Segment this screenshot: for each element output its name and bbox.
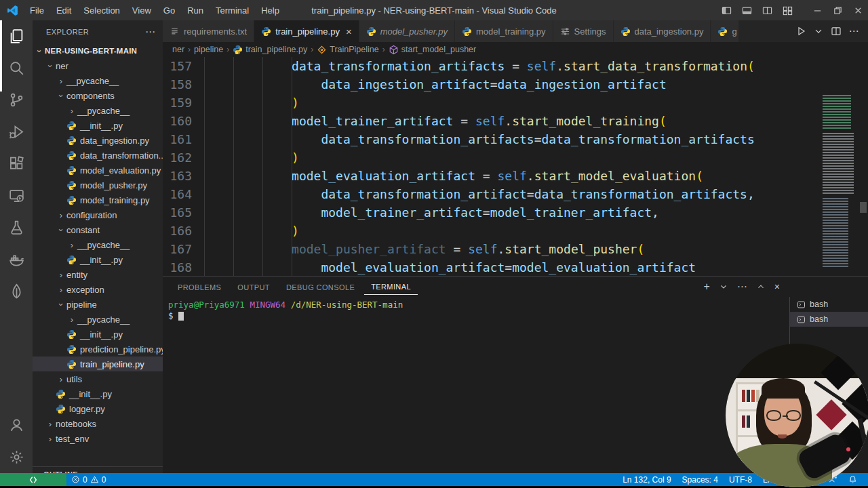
status-cursor-position[interactable]: Ln 132, Col 9 bbox=[617, 473, 676, 486]
line-number: 164 bbox=[163, 185, 203, 203]
tree-item-data-transformation-[interactable]: data_transformation.... bbox=[33, 148, 163, 163]
run-dropdown-button[interactable] bbox=[811, 24, 826, 39]
panel-tab-debug-console[interactable]: DEBUG CONSOLE bbox=[279, 279, 361, 295]
tree-item--init-py[interactable]: __init__.py bbox=[33, 252, 163, 267]
tab-requirements-txt[interactable]: requirements.txt bbox=[163, 20, 254, 42]
breadcrumb-train-pipeline-py[interactable]: train_pipeline.py bbox=[233, 45, 307, 54]
panel-tab-output[interactable]: OUTPUT bbox=[231, 279, 277, 295]
restore-button[interactable] bbox=[827, 0, 848, 20]
tree-item-exception[interactable]: ›exception bbox=[33, 282, 163, 297]
code-editor[interactable]: 157 data_transformation_artifacts = self… bbox=[163, 57, 868, 276]
terminal-more-button[interactable]: ⋯ bbox=[737, 281, 747, 293]
tab-label: requirements.txt bbox=[184, 26, 247, 37]
split-editor-button[interactable] bbox=[829, 24, 844, 39]
tab-data-ingestion-py[interactable]: data_ingestion.py bbox=[614, 20, 711, 42]
tree-item-train-pipeline-py[interactable]: train_pipeline.py bbox=[33, 357, 163, 371]
breadcrumb-ner[interactable]: ner bbox=[172, 45, 184, 54]
minimap[interactable] bbox=[821, 94, 856, 276]
activity-run-and-debug[interactable] bbox=[0, 116, 33, 148]
tree-item-configuration[interactable]: ›configuration bbox=[33, 207, 163, 222]
layout-grid-button[interactable] bbox=[777, 0, 797, 20]
run-python-file-button[interactable] bbox=[793, 24, 808, 39]
chevron-down-icon: › bbox=[56, 90, 66, 101]
tree-item-test-env[interactable]: ›test_env bbox=[33, 431, 163, 446]
tree-item--init-py[interactable]: __init__.py bbox=[33, 327, 163, 342]
terminal-instance-bash[interactable]: bash bbox=[790, 312, 868, 327]
tree-item--pycache-[interactable]: ›__pycache__ bbox=[33, 237, 163, 252]
terminal-profile-dropdown-button[interactable] bbox=[719, 282, 728, 291]
tree-item-model-evaluation-py[interactable]: model_evaluation.py bbox=[33, 163, 163, 178]
terminal-content[interactable]: priya@Priya6971 MINGW64 /d/NER-using-BER… bbox=[168, 300, 403, 321]
tree-item-utils[interactable]: ›utils bbox=[33, 371, 163, 386]
layout-split-button[interactable] bbox=[757, 0, 777, 20]
tab-settings[interactable]: Settings bbox=[553, 20, 614, 42]
menu-terminal[interactable]: Terminal bbox=[210, 0, 255, 20]
status-notifications[interactable] bbox=[843, 473, 863, 486]
section-outline[interactable]: ›OUTLINE bbox=[33, 466, 163, 473]
title-bar: FileEditSelectionViewGoRunTerminalHelp t… bbox=[0, 0, 868, 20]
indent-guide bbox=[204, 57, 205, 276]
menu-help[interactable]: Help bbox=[255, 0, 285, 20]
tree-item-model-training-py[interactable]: model_training.py bbox=[33, 192, 163, 207]
activity-source-control[interactable] bbox=[0, 84, 33, 116]
tab-train-pipeline-py[interactable]: train_pipeline.py× bbox=[254, 20, 359, 42]
menu-selection[interactable]: Selection bbox=[77, 0, 125, 20]
close-tab-icon[interactable]: × bbox=[346, 26, 352, 37]
tree-root[interactable]: ›NER-USING-BERT-MAIN bbox=[33, 43, 163, 58]
activity-extensions[interactable] bbox=[0, 148, 33, 180]
layout-sidebar-button[interactable] bbox=[716, 0, 736, 20]
panel-tab-terminal[interactable]: TERMINAL bbox=[364, 279, 418, 295]
tree-item--init-py[interactable]: __init__.py bbox=[33, 118, 163, 133]
activity-manage[interactable] bbox=[0, 441, 33, 473]
panel-tab-problems[interactable]: PROBLEMS bbox=[171, 279, 228, 295]
status-indentation[interactable]: Spaces: 4 bbox=[677, 473, 724, 486]
new-terminal-button[interactable]: + bbox=[703, 281, 709, 292]
minimize-button[interactable] bbox=[807, 0, 827, 20]
editor-scrollbar[interactable] bbox=[859, 57, 868, 276]
tab-g[interactable]: g bbox=[711, 20, 739, 42]
tree-item--pycache-[interactable]: ›__pycache__ bbox=[33, 73, 163, 88]
menu-go[interactable]: Go bbox=[157, 0, 181, 20]
menu-run[interactable]: Run bbox=[181, 0, 210, 20]
activity-remote-explorer[interactable] bbox=[0, 180, 33, 211]
tree-item--pycache-[interactable]: ›__pycache__ bbox=[33, 312, 163, 327]
tree-item-data-ingestion-py[interactable]: data_ingestion.py bbox=[33, 133, 163, 148]
activity-explorer[interactable] bbox=[0, 20, 33, 52]
activity-search[interactable] bbox=[0, 52, 33, 84]
menu-file[interactable]: File bbox=[24, 0, 50, 20]
breadcrumb-start-model-pusher[interactable]: start_model_pusher bbox=[389, 45, 476, 54]
menu-view[interactable]: View bbox=[126, 0, 157, 20]
tree-item-logger-py[interactable]: logger.py bbox=[33, 401, 163, 416]
menu-edit[interactable]: Edit bbox=[50, 0, 77, 20]
activity-testing[interactable] bbox=[0, 211, 33, 243]
terminal-instance-bash[interactable]: bash bbox=[790, 297, 868, 312]
tree-item-model-pusher-py[interactable]: model_pusher.py bbox=[33, 178, 163, 192]
tab-model-training-py[interactable]: model_training.py bbox=[455, 20, 553, 42]
activity-accounts[interactable] bbox=[0, 409, 33, 441]
tab-model-pusher-py[interactable]: model_pusher.py bbox=[359, 20, 455, 42]
python-icon bbox=[66, 344, 77, 354]
tree-item--pycache-[interactable]: ›__pycache__ bbox=[33, 103, 163, 118]
status-encoding[interactable]: UTF-8 bbox=[724, 473, 757, 486]
remote-indicator[interactable] bbox=[0, 473, 66, 486]
tree-item-components[interactable]: ›components bbox=[33, 88, 163, 103]
more-actions-button[interactable]: ⋯ bbox=[846, 24, 861, 39]
breadcrumb-pipeline[interactable]: pipeline bbox=[194, 45, 223, 54]
activity-mongodb[interactable] bbox=[0, 275, 33, 307]
tree-item-pipeline[interactable]: ›pipeline bbox=[33, 297, 163, 312]
tree-item-prediction-pipeline-py[interactable]: prediction_pipeline.py bbox=[33, 342, 163, 357]
scrollbar-thumb[interactable] bbox=[860, 202, 867, 213]
maximize-panel-button[interactable] bbox=[756, 282, 766, 291]
explorer-more-actions[interactable]: ⋯ bbox=[145, 26, 156, 38]
tree-item--init-py[interactable]: __init__.py bbox=[33, 386, 163, 401]
tree-item-constant[interactable]: ›constant bbox=[33, 222, 163, 237]
problems-status[interactable]: 0 0 bbox=[66, 473, 111, 486]
close-panel-button[interactable]: × bbox=[774, 282, 780, 291]
tree-item-notebooks[interactable]: ›notebooks bbox=[33, 416, 163, 431]
close-button[interactable] bbox=[848, 0, 868, 20]
layout-panel-button[interactable] bbox=[736, 0, 757, 20]
breadcrumb-trainpipeline[interactable]: TrainPipeline bbox=[317, 45, 379, 54]
tree-item-entity[interactable]: ›entity bbox=[33, 267, 163, 282]
activity-docker[interactable] bbox=[0, 243, 33, 275]
tree-item-ner[interactable]: ›ner bbox=[33, 58, 163, 73]
